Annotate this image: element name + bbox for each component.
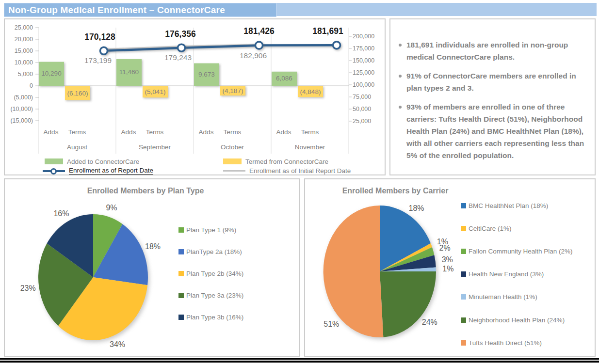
legend-label-added: Added to ConnectorCare (67, 158, 139, 165)
legend-item-0: BMC HealthNet Plan (18%) (461, 202, 548, 209)
legend-swatch-termed (223, 158, 242, 164)
svg-text:1%: 1% (442, 265, 453, 273)
summary-panel: 181,691 individuals are enrolled in non-… (389, 18, 596, 175)
summary-bullet: 91% of ConnectorCare members are enrolle… (397, 70, 589, 94)
svg-text:Terms: Terms (68, 128, 86, 136)
legend-label-report-line: Enrollment as of Report Date (69, 167, 153, 175)
legend-item-4: Plan Type 3b (16%) (178, 314, 243, 321)
svg-text:3%: 3% (442, 255, 453, 264)
svg-text:10,290: 10,290 (41, 70, 61, 77)
svg-text:(15,000): (15,000) (10, 117, 33, 124)
legend-swatch (178, 315, 184, 320)
legend-item-1: PlanType 2a (18%) (178, 248, 242, 255)
svg-text:November: November (295, 143, 325, 151)
legend-label: BMC HealthNet Plan (18%) (469, 202, 548, 209)
svg-text:24%: 24% (422, 318, 437, 326)
legend-swatch (461, 317, 466, 323)
svg-text:182,906: 182,906 (240, 51, 267, 60)
dashboard: Non-Group Medical Enrollment – Connector… (0, 0, 599, 364)
legend-label: PlanType 2a (18%) (186, 248, 242, 255)
svg-text:11,460: 11,460 (119, 68, 139, 76)
svg-text:(4,187): (4,187) (223, 87, 243, 95)
legend-item-2: Plan Type 2b (34%) (178, 269, 243, 277)
svg-text:Adds: Adds (276, 128, 291, 136)
carrier-pie-chart: 18%1%2%3%1%24%51% (305, 179, 595, 356)
legend-label: Tufts Health Direct (51%) (469, 339, 542, 347)
legend-item-initial-line: Enrollment as of Initial Report Date (223, 166, 351, 175)
legend-swatch (178, 271, 184, 276)
svg-text:Terms: Terms (146, 128, 164, 136)
legend-label: Health New England (3%) (469, 270, 544, 278)
legend-item-0: Plan Type 1 (9%) (178, 226, 236, 234)
svg-text:0: 0 (30, 82, 33, 89)
svg-text:170,128: 170,128 (84, 32, 115, 42)
svg-text:August: August (67, 143, 87, 151)
svg-text:6,086: 6,086 (276, 75, 292, 82)
legend-label: CeltiCare (1%) (469, 225, 512, 232)
svg-text:15,000: 15,000 (15, 47, 33, 54)
svg-text:179,243: 179,243 (164, 53, 192, 62)
legend-label: Plan Type 2b (34%) (186, 270, 243, 277)
legend-swatch-report-line (43, 168, 65, 174)
svg-text:18%: 18% (409, 204, 424, 212)
svg-text:173,199: 173,199 (84, 56, 112, 64)
legend-label: Plan Type 3b (16%) (186, 314, 243, 321)
svg-text:100,000: 100,000 (353, 81, 374, 88)
legend-label: Plan Type 1 (9%) (186, 226, 236, 234)
svg-text:18%: 18% (145, 242, 161, 251)
summary-bullet: 181,691 individuals are enrolled in non-… (397, 39, 589, 63)
legend-item-5: Neighborhood Health Plan (24%) (461, 316, 565, 324)
page-title: Non-Group Medical Enrollment – Connector… (4, 5, 225, 16)
svg-text:(6,160): (6,160) (67, 90, 88, 97)
svg-text:Adds: Adds (199, 128, 214, 136)
svg-text:51%: 51% (324, 320, 339, 328)
svg-text:(5,000): (5,000) (14, 94, 33, 101)
legend-label-initial-line: Enrollment as of Initial Report Date (249, 167, 351, 174)
legend-label-termed: Termed from ConnectorCare (245, 158, 328, 165)
legend-swatch (461, 249, 466, 254)
svg-text:9%: 9% (106, 204, 117, 212)
legend-item-report-line: Enrollment as of Report Date (43, 166, 153, 175)
summary-bullet: 93% of members are enrolled in one of th… (397, 101, 589, 161)
svg-text:20,000: 20,000 (15, 36, 33, 43)
legend-label: Neighborhood Health Plan (24%) (469, 317, 565, 324)
legend-swatch (178, 227, 184, 233)
svg-text:125,000: 125,000 (353, 69, 374, 76)
legend-swatch (178, 249, 184, 254)
svg-text:75,000: 75,000 (353, 94, 371, 100)
svg-text:16%: 16% (53, 209, 69, 218)
legend-swatch (461, 271, 466, 277)
svg-text:25,000: 25,000 (353, 118, 371, 125)
svg-text:(10,000): (10,000) (10, 106, 33, 112)
plan-type-pie-panel: Enrolled Members by Plan Type 9%18%34%23… (4, 178, 300, 357)
title-bar: Non-Group Medical Enrollment – Connector… (4, 3, 597, 16)
bottom-double-border (0, 358, 599, 361)
legend-item-added: Added to ConnectorCare (45, 157, 139, 166)
svg-text:Adds: Adds (121, 128, 136, 136)
enrollment-combo-chart: 25,00020,00015,00010,0005,0000(5,000)(10… (5, 19, 385, 174)
summary-bullet-list: 181,691 individuals are enrolled in non-… (397, 39, 589, 168)
legend-item-2: Fallon Community Health Plan (2%) (461, 247, 573, 255)
legend-swatch (461, 294, 466, 300)
legend-label: Fallon Community Health Plan (2%) (469, 248, 573, 255)
svg-text:Terms: Terms (301, 128, 319, 136)
legend-swatch (461, 226, 466, 231)
svg-text:September: September (139, 143, 171, 151)
enrollment-chart-panel: 25,00020,00015,00010,0005,0000(5,000)(10… (4, 18, 386, 175)
svg-text:(4,848): (4,848) (300, 88, 321, 95)
svg-text:2%: 2% (439, 244, 451, 252)
legend-item-3: Plan Type 3a (23%) (178, 292, 243, 300)
svg-text:50,000: 50,000 (353, 106, 371, 112)
legend-label: Minuteman Health (1%) (469, 293, 537, 301)
legend-item-4: Minuteman Health (1%) (461, 293, 537, 301)
svg-text:25,000: 25,000 (15, 24, 33, 31)
svg-text:9,673: 9,673 (198, 71, 215, 78)
svg-text:34%: 34% (110, 340, 125, 348)
legend-swatch-initial-line (223, 170, 245, 172)
svg-text:10,000: 10,000 (15, 59, 33, 66)
svg-text:Adds: Adds (44, 128, 59, 136)
svg-text:23%: 23% (20, 284, 36, 292)
carrier-pie-panel: Enrolled Members by Carrier 18%1%2%3%1%2… (304, 178, 596, 357)
legend-swatch (461, 203, 466, 208)
legend-item-6: Tufts Health Direct (51%) (461, 339, 542, 347)
